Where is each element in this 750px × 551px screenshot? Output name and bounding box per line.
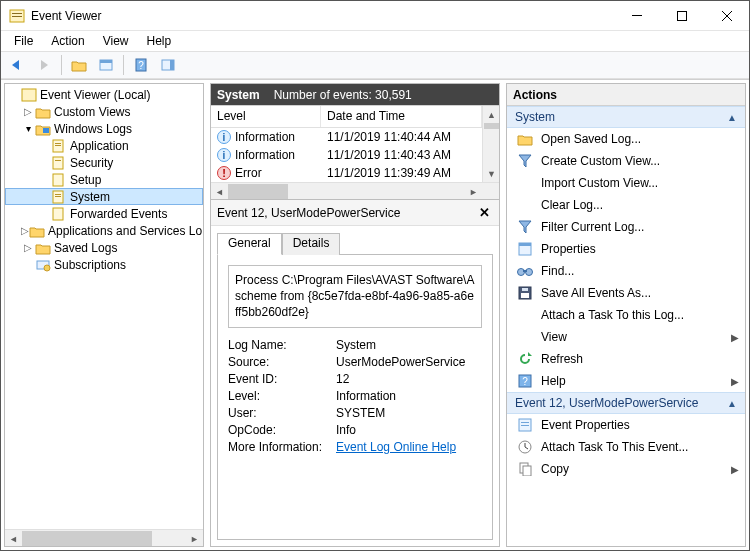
expander-icon[interactable]: ▷ [21,242,35,253]
back-button[interactable] [5,54,29,76]
action-save-all-events[interactable]: Save All Events As... [507,282,745,304]
maximize-button[interactable] [659,1,704,30]
action-import-custom-view[interactable]: Import Custom View... [507,172,745,194]
scroll-thumb[interactable] [22,531,152,546]
show-hide-action-pane-button[interactable] [156,54,180,76]
action-open-saved-log[interactable]: Open Saved Log... [507,128,745,150]
events-vscrollbar[interactable]: ▲ ▼ [482,106,499,182]
title-bar: Event Viewer [1,1,749,31]
toolbar-separator [61,55,62,75]
action-refresh[interactable]: Refresh [507,348,745,370]
menu-view[interactable]: View [96,33,136,49]
event-row[interactable]: !Error 11/1/2019 11:39:49 AM [211,164,482,182]
actions-group-system[interactable]: System ▲ [507,106,745,128]
action-attach-task-log[interactable]: Attach a Task To this Log... [507,304,745,326]
msg-line: Process C:\Program Files\AVAST Software\… [235,272,475,288]
menu-file[interactable]: File [7,33,40,49]
svg-text:?: ? [522,376,528,387]
tab-details[interactable]: Details [282,233,341,255]
tree-setup[interactable]: Setup [5,171,203,188]
expander-icon[interactable]: ▷ [21,106,35,117]
action-event-properties[interactable]: Event Properties [507,414,745,436]
level-text: Error [235,166,262,180]
help-button[interactable]: ? [129,54,153,76]
log-icon [51,206,67,222]
console-tree[interactable]: Event Viewer (Local) ▷ Custom Views ▾ Wi… [5,84,203,529]
scroll-left-icon[interactable]: ◄ [5,530,22,547]
action-attach-task-event[interactable]: Attach Task To This Event... [507,436,745,458]
svg-rect-26 [53,208,63,220]
svg-rect-49 [523,466,531,476]
event-row[interactable]: iInformation 11/1/2019 11:40:43 AM [211,146,482,164]
action-help[interactable]: ?Help▶ [507,370,745,392]
action-find[interactable]: Find... [507,260,745,282]
action-view[interactable]: View▶ [507,326,745,348]
tree-application[interactable]: Application [5,137,203,154]
svg-rect-37 [521,293,529,298]
action-create-custom-view[interactable]: Create Custom View... [507,150,745,172]
scroll-up-icon[interactable]: ▲ [483,106,500,123]
svg-rect-18 [55,143,61,144]
datetime-text: 11/1/2019 11:40:44 AM [321,130,482,144]
tree-root[interactable]: Event Viewer (Local) [5,86,203,103]
events-list-header: System Number of events: 30,591 [211,84,499,106]
collapse-icon[interactable]: ▲ [727,112,737,123]
tree-windows-logs[interactable]: ▾ Windows Logs [5,120,203,137]
properties-button[interactable] [94,54,118,76]
tree-label: Application [70,139,129,153]
action-clear-log[interactable]: Clear Log... [507,194,745,216]
tree-forwarded-events[interactable]: Forwarded Events [5,205,203,222]
col-level[interactable]: Level [211,106,321,127]
tree-label: Saved Logs [54,241,117,255]
tree-system[interactable]: System [5,188,203,205]
collapse-icon[interactable]: ▲ [727,398,737,409]
menu-help[interactable]: Help [140,33,179,49]
scroll-left-icon[interactable]: ◄ [211,183,228,200]
main-body: Event Viewer (Local) ▷ Custom Views ▾ Wi… [1,79,749,550]
svg-text:?: ? [138,60,144,71]
actions-group-event[interactable]: Event 12, UserModePowerService ▲ [507,392,745,414]
action-properties[interactable]: Properties [507,238,745,260]
scroll-thumb[interactable] [228,184,288,199]
action-copy[interactable]: Copy▶ [507,458,745,480]
log-icon [51,189,67,205]
tree-label: Windows Logs [54,122,132,136]
tree-hscrollbar[interactable]: ◄ ► [5,529,203,546]
event-row[interactable]: iInformation 11/1/2019 11:40:44 AM [211,128,482,146]
menu-action[interactable]: Action [44,33,91,49]
scroll-thumb[interactable] [484,123,499,129]
events-hscrollbar[interactable]: ◄ ► [211,182,499,199]
minimize-button[interactable] [614,1,659,30]
tree-custom-views[interactable]: ▷ Custom Views [5,103,203,120]
tree-security[interactable]: Security [5,154,203,171]
col-datetime[interactable]: Date and Time [321,106,482,127]
tree-saved-logs[interactable]: ▷ Saved Logs [5,239,203,256]
submenu-icon: ▶ [731,332,739,343]
scroll-right-icon[interactable]: ► [186,530,203,547]
expander-icon[interactable]: ▾ [21,123,35,134]
folder-windows-icon [35,121,51,137]
tab-general[interactable]: General [217,233,282,255]
expander-icon[interactable]: ▷ [21,225,29,236]
forward-button[interactable] [32,54,56,76]
online-help-link[interactable]: Event Log Online Help [336,440,456,454]
level-text: Information [235,148,295,162]
toolbar-separator [123,55,124,75]
tree-subscriptions[interactable]: Subscriptions [5,256,203,273]
close-detail-icon[interactable]: ✕ [475,204,493,222]
scroll-down-icon[interactable]: ▼ [483,165,500,182]
tree-label: Security [70,156,113,170]
close-button[interactable] [704,1,749,30]
action-filter-current-log[interactable]: Filter Current Log... [507,216,745,238]
open-saved-log-button[interactable] [67,54,91,76]
tree-apps-services-logs[interactable]: ▷ Applications and Services Lo [5,222,203,239]
tree-label: Subscriptions [54,258,126,272]
events-list: System Number of events: 30,591 Level Da… [211,84,499,200]
svg-rect-25 [55,196,61,197]
tab-general-page: Process C:\Program Files\AVAST Software\… [217,254,493,540]
scroll-right-icon[interactable]: ► [465,183,482,200]
copy-icon [517,461,533,477]
level-text: Information [235,130,295,144]
events-list-title: System [217,88,260,102]
eventviewer-icon [21,87,37,103]
